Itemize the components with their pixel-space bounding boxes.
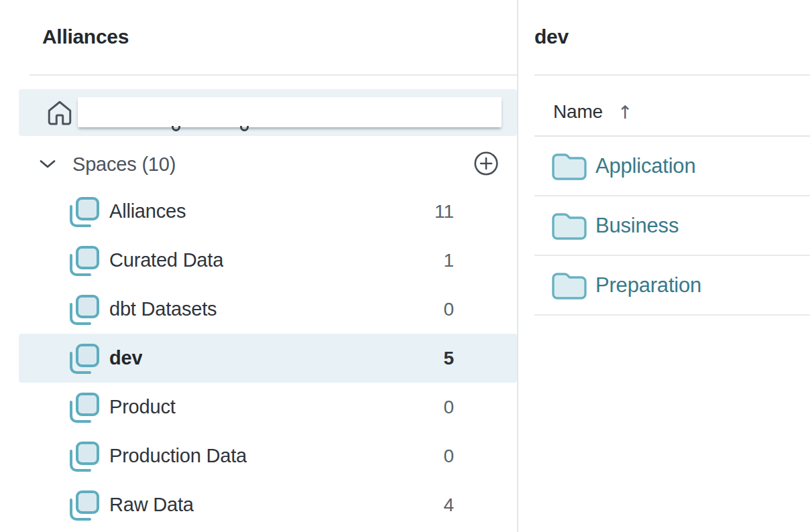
space-list-item[interactable]: Alliances 11	[19, 187, 517, 236]
sort-ascending-icon: ↑	[618, 102, 633, 123]
space-label: Curated Data	[109, 249, 223, 271]
spaces-list: Alliances 11 Curated Data 1	[19, 187, 517, 529]
name-column-header[interactable]: Name ↑	[534, 89, 810, 135]
main-title-divider	[534, 74, 810, 76]
folder-icon	[552, 271, 587, 300]
space-label: Raw Data	[109, 494, 194, 516]
space-dataset-count: 11	[435, 201, 454, 222]
main-panel: dev Name ↑ Application	[518, 0, 810, 532]
spaces-section-label[interactable]: Spaces (10)	[72, 151, 176, 178]
space-label: Product	[109, 396, 176, 418]
add-space-button[interactable]	[473, 151, 499, 176]
folder-link[interactable]: Preparation	[595, 273, 701, 297]
table-row[interactable]: Preparation	[534, 256, 810, 316]
sidebar-title-divider	[30, 74, 517, 76]
folder-list: Application Business Preparation	[534, 137, 810, 316]
space-icon	[69, 391, 100, 423]
plus-circle-icon	[473, 168, 499, 178]
folder-link[interactable]: Application	[595, 154, 695, 178]
space-dataset-count: 0	[443, 446, 454, 467]
folder-icon	[552, 212, 587, 240]
name-header-label: Name	[553, 101, 603, 123]
sidebar: Alliances Spaces (10)	[0, 0, 517, 532]
space-icon	[69, 245, 100, 277]
space-icon	[69, 196, 100, 228]
space-list-item[interactable]: Product 0	[19, 383, 517, 431]
space-icon	[69, 293, 100, 326]
space-icon	[69, 440, 100, 472]
main-panel-title: dev	[534, 25, 569, 48]
folder-icon	[552, 152, 587, 180]
space-list-item[interactable]: Raw Data 4	[19, 480, 517, 529]
space-list-item[interactable]: dev 5	[19, 334, 517, 383]
space-dataset-count: 0	[443, 299, 454, 320]
space-dataset-count: 5	[443, 348, 454, 369]
space-label: Production Data	[109, 445, 247, 467]
space-list-item[interactable]: Production Data 0	[19, 431, 517, 480]
space-icon	[69, 342, 100, 375]
redacted-text-descender	[240, 126, 249, 131]
space-list-item[interactable]: Curated Data 1	[19, 236, 517, 285]
space-list-item[interactable]: dbt Datasets 0	[19, 285, 517, 334]
folder-link[interactable]: Business	[595, 214, 679, 238]
spaces-section-row: Spaces (10)	[19, 151, 517, 178]
home-icon	[46, 98, 74, 127]
sidebar-title: Alliances	[42, 25, 129, 48]
space-dataset-count: 0	[443, 397, 454, 418]
space-dataset-count: 4	[443, 494, 454, 516]
space-label: dev	[109, 347, 142, 369]
space-label: Alliances	[109, 200, 186, 222]
table-row[interactable]: Application	[534, 137, 810, 196]
chevron-down-icon[interactable]	[39, 159, 56, 170]
table-row[interactable]: Business	[534, 196, 810, 256]
home-row[interactable]	[19, 89, 517, 136]
space-label: dbt Datasets	[109, 298, 217, 320]
space-icon	[69, 489, 100, 521]
space-dataset-count: 1	[443, 250, 454, 271]
redacted-home-label	[78, 97, 502, 127]
redacted-text-descender	[172, 126, 180, 131]
